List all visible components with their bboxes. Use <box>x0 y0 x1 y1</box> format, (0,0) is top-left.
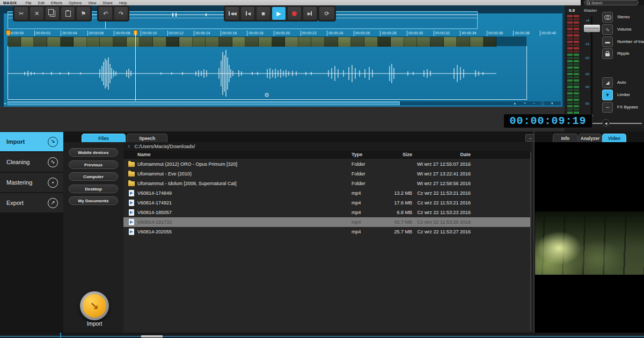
delete-button[interactable]: ✕ <box>30 6 44 20</box>
limiter-button[interactable]: ▼ <box>602 90 613 100</box>
folder-icon <box>128 172 135 177</box>
zoom-in-icon[interactable]: + <box>524 101 526 106</box>
video-preview[interactable] <box>535 211 644 275</box>
file-row[interactable]: V60814-191733mp442.7 MBCz wrz 22 11:53:2… <box>123 217 530 227</box>
sidebar-item-cleaning[interactable]: Cleaning∿ <box>0 152 63 172</box>
nav-computer[interactable]: Computer <box>69 172 118 181</box>
column-header-name[interactable]: Name <box>137 151 341 159</box>
clip-right-edge[interactable] <box>526 46 527 100</box>
tab-analyzer[interactable]: Analyzer <box>579 134 602 142</box>
cleaning-icon: ∿ <box>48 157 58 167</box>
nav-desktop[interactable]: Desktop <box>69 185 118 193</box>
paste-button[interactable] <box>61 6 75 20</box>
nav-my-documents[interactable]: My Documents <box>69 196 118 205</box>
bottom-scrollbar-thumb[interactable] <box>141 335 163 337</box>
auto-button[interactable]: ◢ <box>602 77 613 88</box>
zoom-menu-icon[interactable]: ▾ <box>551 101 553 106</box>
scroll-left-icon[interactable]: ◂ <box>4 101 6 106</box>
clip-left-edge[interactable] <box>8 46 8 100</box>
tracks-button[interactable]: ▬ <box>602 36 613 47</box>
sidebar-item-import[interactable]: Import↘ <box>0 132 63 151</box>
tab-info[interactable]: Info <box>553 134 578 142</box>
video-thumbnail <box>298 37 312 47</box>
meter-segment <box>574 108 579 111</box>
play-range-icon[interactable]: ▸ <box>514 101 516 106</box>
monitor-slider-knob[interactable]: ◀ <box>602 119 610 127</box>
meter-segment <box>574 86 579 88</box>
volume-button[interactable]: ∿ <box>602 24 613 35</box>
menu-edit[interactable]: Edit <box>38 1 45 5</box>
master-fader-handle[interactable] <box>584 25 600 32</box>
import-source-button[interactable]: ↘ <box>80 291 109 320</box>
menu-effects[interactable]: Effects <box>51 1 62 5</box>
redo-button[interactable]: ↷ <box>114 6 128 20</box>
marker-button[interactable]: ⚑ <box>76 6 91 20</box>
previous-button[interactable]: ◀ <box>240 6 255 20</box>
file-list-scrollbar[interactable] <box>530 152 531 331</box>
meter-segment <box>574 54 579 56</box>
file-row[interactable]: Ufomammut (2012) ORO - Opus Primum [320]… <box>123 159 530 169</box>
file-row[interactable]: Ufomammut - Eve (2010)FolderWt wrz 27 13… <box>123 169 530 179</box>
video-thumbnail <box>21 37 34 47</box>
cell-name: Ufomammut - Eve (2010) <box>137 169 341 179</box>
menu-share[interactable]: Share <box>103 1 113 5</box>
file-row[interactable]: V60814-174921mp417.6 MBCz wrz 22 11:53:2… <box>123 198 530 208</box>
file-row[interactable]: Ufomammut - Idolum [2008, Supernatural C… <box>123 179 530 188</box>
file-row[interactable]: V60814-185057mp46.8 MBCz wrz 22 11:53:23… <box>123 208 530 217</box>
meter-segment <box>574 50 579 53</box>
undo-button[interactable]: ↶ <box>98 6 113 20</box>
video-track-thumbnails[interactable] <box>8 36 496 47</box>
file-row[interactable]: V60814-174849mp413.2 MBCz wrz 22 11:53:2… <box>123 188 530 198</box>
timeline-ruler[interactable]: 00:00:0000:00:0200:00:0400:00:0600:00:08… <box>0 31 565 36</box>
stereo-button[interactable] <box>602 12 613 23</box>
meter-segment <box>567 89 573 91</box>
ripple-button[interactable] <box>602 48 613 59</box>
track-fx-gear-icon[interactable]: ⚙ <box>264 92 269 98</box>
video-thumbnail <box>61 37 74 47</box>
stop-button[interactable]: ■ <box>256 6 270 20</box>
tab-files[interactable]: Files <box>82 134 126 142</box>
folder-icon <box>128 181 135 186</box>
master-fader-track[interactable] <box>591 16 592 124</box>
fx-label: FX Bypass <box>617 102 638 113</box>
sidebar-item-export[interactable]: Export↗ <box>0 193 63 212</box>
playhead-line[interactable] <box>135 31 136 101</box>
path-bar[interactable]: ↑ C:/Users/Maciej/Downloads/ <box>123 142 530 151</box>
meter-segment <box>567 108 573 111</box>
audio-track-clip[interactable] <box>8 46 527 97</box>
menu-view[interactable]: View <box>88 1 96 5</box>
ruler-tick: 00:00:20 <box>274 31 290 36</box>
search-input[interactable]: Search <box>584 0 639 5</box>
meter-segment <box>567 47 573 49</box>
menu-help[interactable]: Help <box>119 1 127 5</box>
menu-options[interactable]: Options <box>69 1 82 5</box>
fx-button[interactable]: ∼ <box>602 102 613 113</box>
lock-icon <box>605 53 610 56</box>
copy-button[interactable] <box>45 6 60 20</box>
nav-previous[interactable]: Previous <box>69 160 118 169</box>
loop-button[interactable]: ⟳ <box>319 6 335 20</box>
zoom-fit-icon[interactable]: □ <box>541 101 544 106</box>
meter-segment <box>567 44 573 46</box>
video-thumbnail <box>484 37 497 47</box>
play-button[interactable]: ▶ <box>272 6 286 20</box>
tab-speech[interactable]: Speech <box>127 134 167 142</box>
column-header-date[interactable]: Date <box>402 151 471 159</box>
skip-to-start-button[interactable]: ◀◀ <box>225 6 239 20</box>
video-thumbnail <box>430 37 444 47</box>
zoom-out-icon[interactable]: − <box>533 101 535 106</box>
menu-file[interactable]: File <box>25 1 31 5</box>
peak-value: 0.0 <box>569 8 575 13</box>
mp4-file-icon <box>129 200 134 206</box>
record-button[interactable] <box>287 6 302 20</box>
nav-mobile-devices[interactable]: Mobile devices <box>69 148 118 157</box>
tab-video[interactable]: Video <box>602 134 626 142</box>
skip-to-end-button[interactable]: ▶ <box>303 6 317 20</box>
cut-button[interactable]: ✂ <box>14 6 28 20</box>
sidebar-item-mastering[interactable]: Mastering● <box>0 173 63 192</box>
timeline-scrollbar-thumb[interactable] <box>8 101 400 105</box>
meter-segment <box>574 18 579 20</box>
video-thumbnail <box>364 37 378 47</box>
folder-up-icon[interactable]: ↑ <box>128 144 130 149</box>
file-row[interactable]: V60814-202055mp425.7 MBCz wrz 22 11:53:2… <box>123 227 530 237</box>
